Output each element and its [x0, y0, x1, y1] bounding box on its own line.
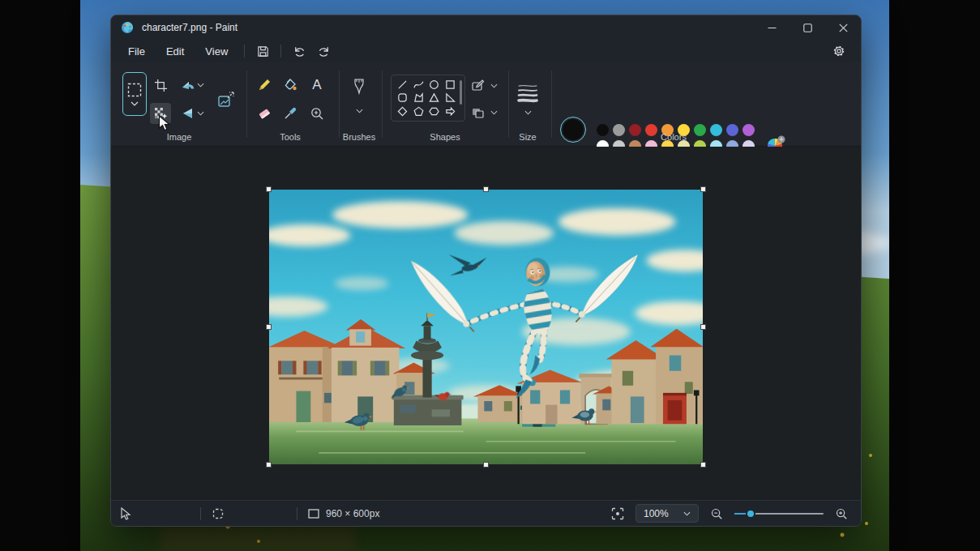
fill-dropdown-chevron[interactable] [489, 108, 499, 117]
status-bar: 960 × 600px 100% [111, 500, 861, 526]
brushes-button[interactable] [349, 77, 369, 96]
color-swatch[interactable] [645, 124, 657, 136]
color-swatch[interactable] [613, 124, 625, 136]
menu-divider [280, 45, 281, 58]
brushes-group-label: Brushes [343, 132, 375, 142]
selection-handle-bottom-right[interactable] [700, 462, 706, 468]
magnifier-minus-icon [710, 507, 723, 520]
shape-pentagon[interactable] [411, 105, 427, 118]
shape-right-triangle[interactable] [443, 92, 459, 105]
menu-file[interactable]: File [118, 43, 156, 60]
fit-to-screen-button[interactable] [611, 507, 624, 520]
color-swatch[interactable] [710, 124, 722, 136]
tools-group-label: Tools [280, 132, 301, 142]
image-canvas[interactable] [269, 190, 703, 464]
paint-app-icon [121, 21, 134, 34]
text-tool-button[interactable]: A [307, 75, 327, 95]
canvas-size-indicator: 960 × 600px [308, 508, 379, 519]
rotate-dropdown-chevron[interactable] [195, 80, 205, 90]
crop-button[interactable] [151, 75, 170, 95]
resize-image-icon [216, 90, 236, 109]
zoom-slider-thumb[interactable] [746, 509, 755, 519]
shape-triangle[interactable] [426, 92, 443, 105]
redo-button[interactable] [311, 41, 336, 61]
maximize-button[interactable] [790, 15, 825, 40]
selection-handle-middle-left[interactable] [266, 324, 272, 330]
shape-rounded-rectangle[interactable] [395, 92, 411, 105]
close-button[interactable] [825, 15, 861, 40]
selection-handle-top-left[interactable] [266, 186, 272, 192]
title-bar[interactable]: character7.png - Paint [111, 15, 861, 40]
redo-icon [317, 45, 331, 58]
color-swatch[interactable] [742, 124, 755, 136]
canvas-workspace[interactable] [111, 147, 861, 500]
size-button[interactable] [516, 80, 539, 105]
color-swatch[interactable] [726, 124, 738, 136]
color-swatch[interactable] [629, 124, 641, 136]
ribbon-divider [382, 70, 383, 138]
fill-style-icon [471, 105, 486, 120]
minimize-button[interactable] [754, 15, 790, 40]
shapes-scrollbar[interactable] [460, 80, 462, 105]
selection-handle-top-center[interactable] [483, 186, 489, 192]
ribbon-toolbar: Image A [111, 62, 861, 147]
pencil-tool-button[interactable] [255, 75, 274, 95]
chevron-down-icon [683, 511, 691, 516]
shapes-group-label: Shapes [430, 132, 460, 142]
remove-background-icon [154, 107, 167, 120]
zoom-out-button[interactable] [710, 507, 723, 520]
chevron-down-icon [131, 101, 139, 106]
color-picker-tool-button[interactable] [280, 104, 300, 123]
eraser-tool-button[interactable] [255, 104, 274, 123]
shape-ellipse[interactable] [426, 78, 443, 92]
shape-hexagon[interactable] [426, 105, 443, 118]
cursor-icon [121, 507, 131, 520]
flip-dropdown-chevron[interactable] [195, 109, 205, 118]
color-swatch[interactable] [597, 124, 609, 136]
fill-tool-button[interactable] [280, 75, 300, 95]
shape-outline-button[interactable] [469, 76, 488, 96]
shape-line[interactable] [395, 78, 411, 92]
selection-handle-bottom-left[interactable] [266, 462, 272, 468]
crop-icon [154, 79, 168, 92]
color-swatch[interactable] [694, 124, 706, 136]
chevron-down-icon [524, 110, 532, 115]
text-tool-glyph: A [312, 77, 321, 93]
shape-rectangle[interactable] [443, 78, 459, 92]
outline-dropdown-chevron[interactable] [489, 81, 499, 91]
menu-view[interactable]: View [195, 43, 238, 60]
shape-polygon[interactable] [411, 92, 427, 105]
select-tool-button[interactable] [122, 72, 147, 116]
foreground-color-swatch[interactable] [563, 119, 584, 140]
zoom-level-value: 100% [644, 508, 669, 519]
remove-background-button[interactable] [150, 103, 171, 124]
statusbar-divider [297, 507, 297, 520]
menu-divider [244, 45, 245, 58]
selection-handle-middle-right[interactable] [700, 324, 706, 330]
selection-handle-top-right[interactable] [700, 186, 706, 192]
size-dropdown-chevron[interactable] [523, 108, 533, 117]
shape-arrow-right[interactable] [443, 105, 459, 118]
undo-button[interactable] [287, 41, 311, 61]
save-button[interactable] [250, 41, 275, 61]
chevron-down-icon [197, 83, 204, 88]
brushes-dropdown-chevron[interactable] [354, 106, 364, 116]
settings-button[interactable] [827, 41, 851, 61]
shape-fill-button[interactable] [469, 103, 488, 122]
menu-edit[interactable]: Edit [156, 43, 195, 60]
character7-artwork [269, 190, 703, 464]
zoom-slider[interactable] [734, 513, 824, 515]
selection-handle-bottom-center[interactable] [483, 462, 489, 468]
zoom-in-button[interactable] [835, 507, 848, 520]
canvas-size-icon [308, 509, 319, 519]
resize-button[interactable] [216, 89, 237, 110]
chevron-down-icon [490, 83, 498, 88]
shape-diamond[interactable] [395, 105, 411, 118]
eyedropper-icon [283, 106, 297, 121]
outline-icon [471, 79, 486, 93]
gear-icon [832, 45, 845, 58]
maximize-icon [803, 23, 812, 32]
magnifier-tool-button[interactable] [307, 104, 327, 123]
shape-curve[interactable] [411, 78, 427, 92]
zoom-level-dropdown[interactable]: 100% [636, 504, 699, 523]
